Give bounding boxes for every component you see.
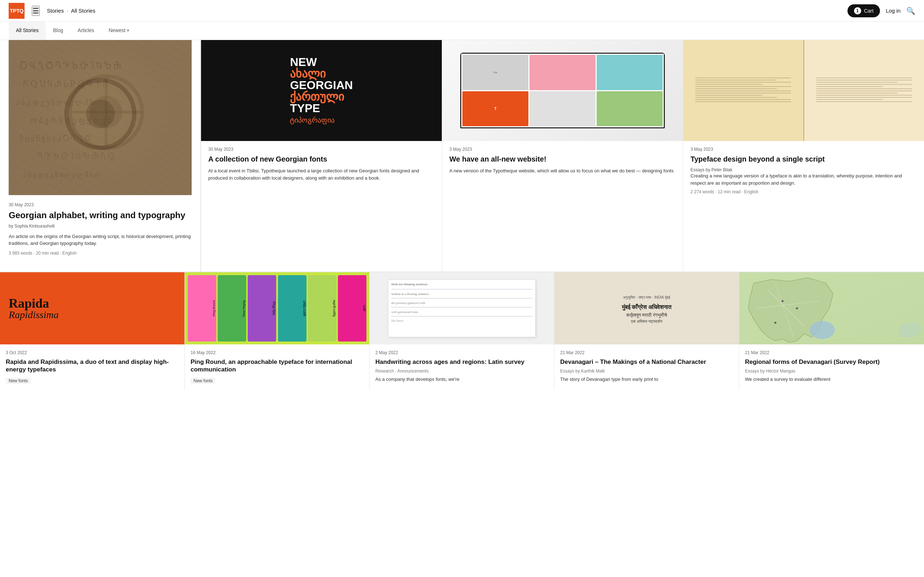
tab-bar: All Stories Blog Articles Newest ▾ xyxy=(0,22,924,40)
book-line xyxy=(695,102,791,102)
devanagari-main-text: मुंबई काँग्रेस अधिवेशनात xyxy=(620,303,673,311)
ping-bar-6: ული xyxy=(338,275,366,342)
book-line xyxy=(816,99,883,100)
book-line xyxy=(695,82,791,82)
logo[interactable]: TPTQ xyxy=(9,3,24,19)
search-button[interactable]: 🔍 xyxy=(906,6,915,15)
website-image: Aa T xyxy=(442,40,683,141)
tab-articles[interactable]: Articles xyxy=(70,22,102,40)
typeface-date: 3 May 2023 xyxy=(690,147,917,152)
hw-cursive-2: the position gathered with xyxy=(391,301,532,305)
login-button[interactable]: Log in xyxy=(886,8,901,14)
svg-point-17 xyxy=(782,300,783,302)
book-text-right xyxy=(816,77,912,103)
rapida-date: 3 Oct 2022 xyxy=(6,350,179,355)
featured-card-typeface[interactable]: 3 May 2023 Typeface design beyond a sing… xyxy=(683,40,924,272)
ping-bar-1: Ping Round xyxy=(188,275,216,342)
georgian-fonts-body: 30 May 2023 A collection of new Georgian… xyxy=(201,141,442,272)
ping-bar-2: Пинг Раунд xyxy=(218,275,246,342)
map-tag: Essays by Héctor Mangas xyxy=(745,369,918,374)
typeface-image xyxy=(683,40,924,141)
hw-rule xyxy=(391,298,532,298)
featured-main-image: Ⴀ Ⴁ Ⴂ Ⴃ Ⴄ Ⴅ Ⴆ Ⴇ Ⴈ Ⴉ Ⴊ Ⴋ Ⴌ Ⴍ Ⴎ Ⴏ Ⴐ Ⴑ Ⴒ Ⴓ … xyxy=(9,40,192,195)
handwriting-desc: As a company that develops fonts, we're xyxy=(375,376,548,383)
rapida-body: 3 Oct 2022 Rapida and Rapidissima, a duo… xyxy=(0,344,184,390)
stone-texture-svg: Ⴀ Ⴁ Ⴂ Ⴃ Ⴄ Ⴅ Ⴆ Ⴇ Ⴈ Ⴉ Ⴊ Ⴋ Ⴌ Ⴍ Ⴎ Ⴏ Ⴐ Ⴑ Ⴒ Ⴓ … xyxy=(9,40,192,195)
featured-main-author: by Sophia Kintsurashvili xyxy=(9,224,192,229)
featured-main-title[interactable]: Georgian alphabet, writing and typograph… xyxy=(9,210,192,221)
map-date: 21 Mar 2022 xyxy=(745,350,918,355)
laptop-mockup: Aa T xyxy=(460,53,665,128)
featured-main-article[interactable]: Ⴀ Ⴁ Ⴂ Ⴃ Ⴄ Ⴅ Ⴆ Ⴇ Ⴈ Ⴉ Ⴊ Ⴋ Ⴌ Ⴍ Ⴎ Ⴏ Ⴐ Ⴑ Ⴒ Ⴓ … xyxy=(0,40,201,272)
georgian-fonts-title[interactable]: A collection of new Georgian fonts xyxy=(208,155,435,164)
book-line xyxy=(816,93,898,93)
book-line xyxy=(695,86,791,87)
cart-count: 1 xyxy=(854,7,861,15)
book-line xyxy=(695,90,791,91)
hw-rule xyxy=(391,307,532,308)
screen-tile-6 xyxy=(597,91,663,127)
devanagari-date: 21 Mar 2022 xyxy=(560,350,733,355)
featured-card-georgian-fonts[interactable]: NEW ახალი GEORGIAN ქართული TYPE ტიპოგრაფ… xyxy=(201,40,442,272)
map-story-title[interactable]: Regional forms of Devanagari (Survey Rep… xyxy=(745,358,918,366)
book-line xyxy=(695,97,777,98)
story-card-rapida[interactable]: Rapida Rapidissima 3 Oct 2022 Rapida and… xyxy=(0,272,185,390)
book-line xyxy=(695,84,762,85)
handwriting-tag: Research · Announcements xyxy=(375,369,548,374)
hw-rule xyxy=(391,316,532,317)
georgian-kartuli: ქართული xyxy=(290,91,353,102)
devanagari-story-title[interactable]: Devanagari – The Makings of a National C… xyxy=(560,358,733,366)
story-card-ping[interactable]: Ping Round Пинг Раунд პინგ მრგვ ყელი სქე… xyxy=(185,272,370,390)
handwriting-story-title[interactable]: Handwriting across ages and regions: Lat… xyxy=(375,358,548,366)
book-line xyxy=(816,84,912,85)
ping-story-title[interactable]: Ping Round, an approachable typeface for… xyxy=(191,358,363,374)
featured-right-columns: NEW ახალი GEORGIAN ქართული TYPE ტიპოგრაფ… xyxy=(201,40,924,272)
devanagari-header-text: अनुसूचित · राष्ट्र भाषा · INDIA मुंबई xyxy=(620,292,673,303)
featured-section: Ⴀ Ⴁ Ⴂ Ⴃ Ⴄ Ⴅ Ⴆ Ⴇ Ⴈ Ⴉ Ⴊ Ⴋ Ⴌ Ⴍ Ⴎ Ⴏ Ⴐ Ⴑ Ⴒ Ⴓ … xyxy=(0,40,924,272)
breadcrumb-stories[interactable]: Stories xyxy=(47,8,64,14)
book-line xyxy=(695,80,777,81)
book-line xyxy=(816,97,912,98)
featured-main-meta: 3 983 words · 20 min read · English xyxy=(9,251,192,256)
rapida-story-title[interactable]: Rapida and Rapidissima, a duo of text an… xyxy=(6,358,179,374)
story-card-devanagari[interactable]: अनुसूचित · राष्ट्र भाषा · INDIA मुंबई मु… xyxy=(554,272,739,390)
map-svg xyxy=(739,272,924,344)
book-line xyxy=(816,95,912,95)
featured-main-description: An article on the origins of the Georgia… xyxy=(9,233,192,247)
map-desc: We created a survey to evaluate differen… xyxy=(745,376,918,383)
svg-text:Ⴄ Ⴅ Ⴆ Ⴇ Ⴈ Ⴉ Ⴊ Ⴋ Ⴌ Ⴍ: Ⴄ Ⴅ Ⴆ Ⴇ Ⴈ Ⴉ Ⴊ Ⴋ Ⴌ Ⴍ xyxy=(37,152,115,161)
stories-grid: Rapida Rapidissima 3 Oct 2022 Rapida and… xyxy=(0,272,924,390)
devanagari-text-display: अनुसूचित · राष्ट्र भाषा · INDIA मुंबई मु… xyxy=(616,288,677,329)
tab-all-stories[interactable]: All Stories xyxy=(9,22,46,40)
tab-newest[interactable]: Newest ▾ xyxy=(102,22,136,40)
tab-blog[interactable]: Blog xyxy=(46,22,70,40)
typeface-author: Essays by Peter Bilak xyxy=(690,167,917,172)
story-card-handwriting[interactable]: Write the following sentence: written in… xyxy=(370,272,554,390)
screen-tile-5 xyxy=(530,91,596,127)
story-card-map[interactable]: 21 Mar 2022 Regional forms of Devanagari… xyxy=(739,272,924,390)
book-line xyxy=(695,99,791,100)
devanagari-tertiary: एक अभिरूप नाट्यदर्शन xyxy=(620,318,673,324)
chevron-down-icon: ▾ xyxy=(127,28,129,33)
hw-cursive-1: written in a flowing sentence xyxy=(391,292,532,296)
svg-text:Ⴌ Ⴍ Ⴎ Ⴏ Ⴐ Ⴑ Ⴒ Ⴓ Ⴔ Ⴕ Ⴖ: Ⴌ Ⴍ Ⴎ Ⴏ Ⴐ Ⴑ Ⴒ Ⴓ Ⴔ Ⴕ Ⴖ xyxy=(23,80,108,89)
featured-card-website[interactable]: Aa T 3 May 2023 We have an all-new websi… xyxy=(442,40,683,272)
breadcrumb-current: All Stories xyxy=(71,8,96,14)
cart-button[interactable]: 1 Cart xyxy=(848,4,880,17)
typeface-title[interactable]: Typeface design beyond a single script xyxy=(690,155,917,164)
ping-bar-5: ნელი ფართ xyxy=(308,275,336,342)
book-line xyxy=(816,89,912,89)
book-line xyxy=(695,89,777,89)
rapida-image: Rapida Rapidissima xyxy=(0,272,184,344)
cart-label: Cart xyxy=(864,8,874,14)
handwriting-body: 2 May 2022 Handwriting across ages and r… xyxy=(370,344,554,390)
svg-point-16 xyxy=(809,321,835,339)
book-line xyxy=(816,86,883,87)
devanagari-image: अनुसूचित · राष्ट्र भाषा · INDIA मुंबई मु… xyxy=(554,272,739,344)
website-title[interactable]: We have an all-new website! xyxy=(449,155,676,164)
georgian-new-text: NEW xyxy=(290,56,353,68)
ping-date: 16 May 2022 xyxy=(191,350,363,355)
hw-cursive-4: like foncts xyxy=(391,319,532,322)
featured-main-caption: 30 May 2023 Georgian alphabet, writing a… xyxy=(9,195,192,263)
menu-button[interactable]: ☰ xyxy=(32,6,40,16)
